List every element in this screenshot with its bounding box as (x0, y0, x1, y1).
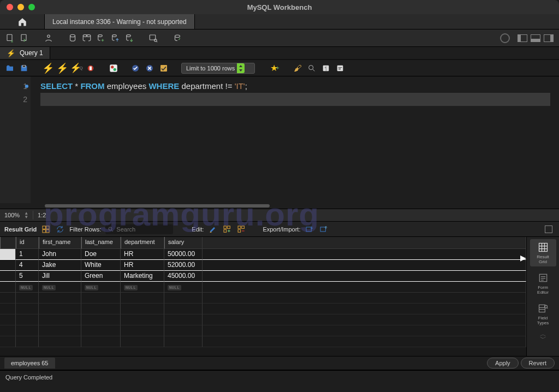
col-first-name[interactable]: first_name (39, 237, 81, 249)
table-row[interactable]: 1 John Doe HR 50000.00 (0, 249, 526, 260)
table-row[interactable]: 4 Jake White HR 52000.00 (0, 260, 526, 271)
panel-left-icon[interactable] (516, 32, 528, 44)
new-sql-tab-icon[interactable] (4, 32, 16, 44)
invisible-chars-icon[interactable]: ¶ (320, 63, 331, 74)
open-sql-file-icon[interactable] (19, 32, 31, 44)
admin-icon[interactable] (43, 32, 55, 44)
status-bar: Query Completed (0, 370, 559, 383)
db-search-icon[interactable] (147, 32, 159, 44)
search-icon (108, 226, 114, 233)
filter-label: Filter Rows: (69, 226, 101, 233)
limit-stepper-icon (237, 63, 245, 73)
code-area[interactable]: SELECT * FROM employees WHERE department… (31, 76, 559, 203)
maximize-grid-icon[interactable] (545, 225, 552, 233)
minimize-window-button[interactable] (17, 4, 24, 10)
svg-point-6 (98, 34, 103, 37)
add-row-icon[interactable] (222, 224, 232, 234)
query-tab-label: Query 1 (20, 49, 43, 57)
gutter-line: 2 (0, 93, 27, 106)
result-toolbar: Result Grid Filter Rows: Edit: Export/Im… (0, 222, 559, 237)
edit-label: Edit: (192, 226, 204, 233)
collapse-arrow-icon[interactable]: ▶ (520, 253, 526, 262)
editor-hscroll[interactable] (0, 203, 559, 209)
commit-icon[interactable] (130, 63, 141, 74)
revert-button[interactable]: Revert (521, 358, 555, 369)
window-controls (0, 4, 35, 10)
save-file-icon[interactable] (19, 63, 29, 74)
col-salary[interactable]: salary (164, 237, 203, 249)
panel-right-icon[interactable] (543, 32, 555, 44)
beautify-icon[interactable]: ★+ (269, 63, 280, 74)
result-set-tab[interactable]: employees 65 (4, 358, 55, 369)
svg-rect-28 (46, 229, 49, 232)
svg-rect-0 (7, 34, 12, 40)
side-tab-label: Form Editor (537, 285, 549, 295)
svg-rect-37 (320, 227, 325, 231)
svg-rect-20 (160, 65, 167, 72)
col-department[interactable]: department (121, 237, 164, 249)
db-add-icon[interactable] (95, 32, 107, 44)
svg-rect-30 (224, 226, 227, 229)
panel-bottom-icon[interactable] (530, 32, 542, 44)
search-icon[interactable] (306, 63, 317, 74)
main-toolbar (0, 29, 559, 47)
svg-rect-40 (539, 305, 545, 312)
edit-row-icon[interactable] (208, 224, 218, 234)
query-tab[interactable]: ⚡ Query 1 (0, 47, 50, 59)
side-tab-scroll[interactable]: ︿﹀ (540, 332, 546, 341)
side-tab-result-grid[interactable]: Result Grid (530, 239, 556, 266)
export-icon[interactable] (305, 224, 314, 234)
execute-icon[interactable]: ⚡ (43, 63, 53, 74)
open-file-icon[interactable] (4, 63, 15, 74)
home-tab[interactable] (0, 14, 45, 29)
svg-rect-27 (43, 229, 45, 232)
stop-icon[interactable] (85, 63, 96, 74)
stop-on-error-icon[interactable] (108, 63, 119, 74)
svg-text:¶: ¶ (325, 66, 328, 71)
svg-rect-14 (90, 66, 92, 70)
svg-rect-1 (21, 34, 26, 40)
db-icon-2[interactable] (81, 32, 93, 44)
col-last-name[interactable]: last_name (81, 237, 121, 249)
db-down-icon[interactable] (123, 32, 135, 44)
svg-point-29 (109, 227, 112, 230)
refresh-results-icon[interactable] (55, 224, 65, 234)
explain-icon[interactable]: ⚡Q (71, 63, 82, 74)
col-id[interactable]: id (16, 237, 39, 249)
execute-current-icon[interactable]: ⚡ (57, 63, 68, 74)
maximize-window-button[interactable] (28, 4, 35, 10)
connection-tab[interactable]: Local instance 3306 - Warning - not supp… (45, 14, 195, 29)
import-icon[interactable] (319, 224, 329, 234)
side-tab-form-editor[interactable]: Form Editor (530, 270, 556, 297)
grid-view-icon[interactable] (41, 224, 51, 234)
filter-search-input[interactable] (114, 224, 171, 234)
zoom-stepper[interactable]: ▲▼ (24, 211, 28, 219)
db-icon-1[interactable] (67, 32, 79, 44)
svg-rect-25 (43, 226, 45, 229)
limit-label: Limit to 1000 rows (186, 65, 235, 72)
apply-button[interactable]: Apply (487, 358, 519, 369)
table-row-insert[interactable]: NULL NULL NULL NULL NULL (0, 282, 526, 293)
find-icon[interactable]: 🖌 (292, 63, 303, 74)
result-grid[interactable]: id first_name last_name department salar… (0, 237, 526, 356)
limit-rows-select[interactable]: Limit to 1000 rows (181, 63, 255, 74)
table-row[interactable]: 5 Jill Green Marketing 45000.00 (0, 271, 526, 282)
rollback-icon[interactable] (144, 63, 155, 74)
status-text: Query Completed (5, 374, 52, 381)
sql-editor[interactable]: 1 2 SELECT * FROM employees WHERE depart… (0, 76, 559, 203)
grid-icon (537, 241, 549, 253)
autocommit-icon[interactable] (158, 63, 169, 74)
delete-row-icon[interactable] (236, 224, 246, 234)
db-up-icon[interactable] (109, 32, 121, 44)
zoom-percent: 100% (4, 212, 20, 218)
wrap-icon[interactable] (335, 63, 346, 74)
query-tab-bar: ⚡ Query 1 (0, 47, 559, 60)
field-types-icon (537, 302, 549, 314)
svg-rect-38 (539, 243, 547, 252)
db-refresh-icon[interactable] (171, 32, 183, 44)
side-tab-field-types[interactable]: Field Types (530, 300, 556, 328)
zoom-bar: 100% ▲▼ 1:2 (0, 209, 559, 222)
svg-point-2 (47, 35, 50, 38)
connection-tab-label: Local instance 3306 - Warning - not supp… (52, 18, 187, 26)
close-window-button[interactable] (7, 4, 13, 10)
